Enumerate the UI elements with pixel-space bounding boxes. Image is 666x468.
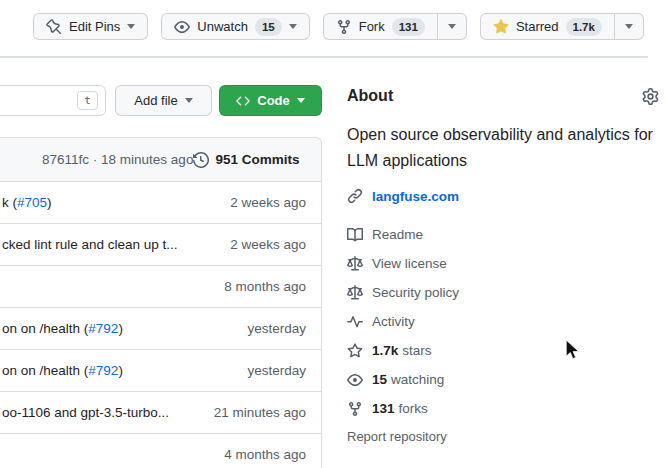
fork-dropdown-button[interactable] [438, 13, 467, 40]
commit-age: 2 weeks ago [230, 195, 306, 210]
website-link[interactable]: langfuse.com [372, 189, 459, 204]
commit-age: 8 months ago [224, 279, 306, 294]
star-dropdown-button[interactable] [615, 13, 644, 40]
commit-age: 4 months ago [224, 447, 306, 462]
view-license-link[interactable]: View license [347, 249, 659, 278]
starred-button[interactable]: Starred 1.7k [480, 13, 615, 40]
latest-commit-bar: 87611fc · 18 minutes ago 951 Commits [0, 137, 322, 182]
file-table: 87611fc · 18 minutes ago 951 Commits k (… [0, 137, 322, 468]
link-icon [347, 188, 363, 204]
commits-label: Commits [242, 152, 300, 167]
code-button[interactable]: Code [219, 85, 322, 116]
table-row: 4 months ago [0, 434, 321, 468]
chevron-down-icon [297, 98, 305, 103]
gear-icon[interactable] [642, 88, 659, 105]
book-icon [347, 227, 363, 243]
report-repository-link[interactable]: Report repository [347, 429, 659, 444]
edit-pins-button[interactable]: Edit Pins [33, 13, 148, 40]
star-filled-icon [493, 19, 509, 35]
commit-message[interactable]: cked lint rule and clean up t... [2, 237, 178, 252]
commit-time: 18 minutes ago [101, 152, 193, 167]
table-row: on on /health (#792) yesterday [0, 350, 321, 392]
fork-button-group: Fork 131 [323, 13, 467, 40]
pin-icon [46, 19, 62, 35]
repo-forked-icon [347, 401, 363, 417]
commit-history-link[interactable]: 951 Commits [193, 152, 299, 168]
commits-count: 951 [215, 152, 238, 167]
security-policy-link[interactable]: Security policy [347, 278, 659, 307]
repo-action-bar: Edit Pins Unwatch 15 Fork 131 Starred 1.… [33, 13, 644, 40]
go-to-file-input[interactable]: t [0, 85, 106, 116]
commit-age: yesterday [247, 363, 306, 378]
commit-message[interactable]: on on /health (#792) [2, 321, 123, 336]
commit-age: 21 minutes ago [214, 405, 306, 420]
edit-pins-label: Edit Pins [69, 19, 120, 34]
issue-link[interactable]: #705 [17, 195, 47, 210]
stars-link[interactable]: 1.7kstars [347, 336, 659, 365]
chevron-down-icon [625, 24, 633, 29]
history-icon [193, 152, 209, 168]
pulse-icon [347, 314, 363, 330]
table-row: oo-1106 and gpt-3.5-turbo... 21 minutes … [0, 392, 321, 434]
fork-count-badge: 131 [392, 18, 425, 36]
eye-icon [174, 19, 190, 35]
repo-forked-icon [336, 19, 352, 35]
add-file-button[interactable]: Add file [115, 85, 212, 116]
latest-commit-meta[interactable]: 87611fc · 18 minutes ago [42, 152, 193, 167]
table-row: k (#705) 2 weeks ago [0, 182, 321, 224]
chevron-down-icon [448, 24, 456, 29]
commit-age: yesterday [247, 321, 306, 336]
website-row: langfuse.com [347, 186, 659, 206]
repo-description: Open source observability and analytics … [347, 122, 659, 174]
keyboard-shortcut-badge: t [77, 91, 98, 110]
about-links: Readme View license Security policy Acti… [347, 220, 659, 423]
watching-link[interactable]: 15watching [347, 365, 659, 394]
unwatch-label: Unwatch [197, 19, 248, 34]
unwatch-button[interactable]: Unwatch 15 [161, 13, 309, 40]
starred-label: Starred [516, 19, 559, 34]
forks-link[interactable]: 131forks [347, 394, 659, 423]
chevron-down-icon [185, 98, 193, 103]
fork-label: Fork [359, 19, 385, 34]
table-row: on on /health (#792) yesterday [0, 308, 321, 350]
star-button-group: Starred 1.7k [480, 13, 644, 40]
fork-button[interactable]: Fork 131 [323, 13, 438, 40]
code-icon [236, 94, 250, 108]
readme-link[interactable]: Readme [347, 220, 659, 249]
about-title: About [347, 87, 393, 105]
table-row: cked lint rule and clean up t... 2 weeks… [0, 224, 321, 266]
header-divider [0, 56, 648, 58]
law-icon [347, 285, 363, 301]
about-sidebar: About Open source observability and anal… [347, 85, 659, 444]
star-icon [347, 343, 363, 359]
table-row: 8 months ago [0, 266, 321, 308]
chevron-down-icon [127, 24, 135, 29]
file-rows: k (#705) 2 weeks ago cked lint rule and … [0, 182, 322, 468]
chevron-down-icon [289, 24, 297, 29]
github-repo-page: Edit Pins Unwatch 15 Fork 131 Starred 1.… [0, 0, 666, 468]
commit-hash[interactable]: 87611fc [42, 152, 89, 167]
eye-icon [347, 372, 363, 388]
law-icon [347, 256, 363, 272]
commit-message[interactable]: oo-1106 and gpt-3.5-turbo... [2, 405, 169, 420]
star-count-badge: 1.7k [566, 18, 602, 36]
watch-count-badge: 15 [255, 18, 282, 36]
commit-separator: · [93, 152, 98, 167]
issue-link[interactable]: #792 [88, 363, 118, 378]
activity-link[interactable]: Activity [347, 307, 659, 336]
issue-link[interactable]: #792 [88, 321, 118, 336]
commit-message[interactable]: on on /health (#792) [2, 363, 123, 378]
code-label: Code [257, 93, 290, 108]
commit-message[interactable]: k (#705) [2, 195, 52, 210]
commit-age: 2 weeks ago [230, 237, 306, 252]
add-file-label: Add file [134, 93, 177, 108]
